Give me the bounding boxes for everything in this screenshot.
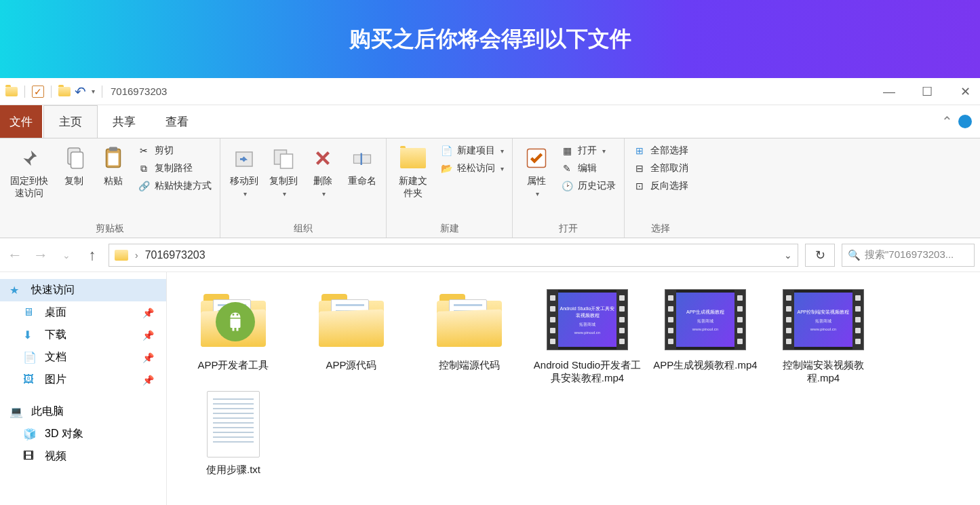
svg-rect-1 [71,152,83,168]
new-folder-button[interactable]: 新建文件夹 [393,143,433,201]
delete-label: 删除 [313,175,332,187]
new-folder-label: 新建文件夹 [396,175,430,200]
sidebar-item-documents[interactable]: 📄 文档 📌 [0,346,166,369]
tab-file[interactable]: 文件 [0,105,42,138]
pin-to-quick-access-button[interactable]: 固定到快速访问 [7,143,52,201]
folder-icon [115,250,128,261]
group-label-clipboard: 剪贴板 [7,220,213,235]
edit-button[interactable]: ✎编辑 [559,160,617,176]
select-none-button[interactable]: ⊟全部取消 [631,160,690,176]
history-button[interactable]: 🕑历史记录 [559,178,617,194]
maximize-button[interactable]: ☐ [916,84,938,99]
collapse-ribbon-icon[interactable]: ⌃ [941,113,953,130]
ribbon: 固定到快速访问 复制 粘贴 ✂剪切 ⧉复制路径 🔗粘贴快捷方式 剪贴板 移动到▾ [0,138,980,238]
sidebar-label: 桌面 [45,305,66,320]
file-item[interactable]: APP控制端安装视频教程拓普商城www.pinool.cn 控制端安装视频教程.… [769,286,878,385]
copy-path-label: 复制路径 [155,162,193,174]
sidebar-item-desktop[interactable]: 🖥 桌面 📌 [0,301,166,324]
file-thumbnail [193,286,274,354]
file-item[interactable]: APP开发者工具 [179,286,288,385]
pin-label: 固定到快速访问 [9,175,49,200]
file-item[interactable]: 控制端源代码 [415,286,524,385]
invert-selection-button[interactable]: ⊡反向选择 [631,178,690,194]
new-item-button[interactable]: 📄新建项目▾ [438,143,505,159]
copy-button[interactable]: 复制 [57,143,91,189]
select-all-button[interactable]: ⊞全部选择 [631,143,690,159]
search-icon: 🔍 [848,249,861,261]
ribbon-group-open: 属性▾ ▦打开▾ ✎编辑 🕑历史记录 打开 [513,138,625,238]
easy-access-button[interactable]: 📂轻松访问▾ [438,160,505,176]
sidebar-label: 快速访问 [31,283,75,297]
tab-view[interactable]: 查看 [151,105,203,138]
window-title: 7016973203 [111,86,167,97]
help-icon[interactable] [958,115,972,128]
open-button[interactable]: ▦打开▾ [559,143,617,159]
file-name: Android Studio开发者工具安装教程.mp4 [533,359,642,385]
folder-icon[interactable] [5,87,18,96]
ribbon-group-new: 新建文件夹 📄新建项目▾ 📂轻松访问▾ 新建 [387,138,513,238]
group-label-organize: 组织 [227,220,379,235]
file-list: APP开发者工具 APP源代码 控制端源代码 Android Studio开发工… [167,272,980,505]
new-folder-quick-icon[interactable] [58,87,71,96]
rename-button[interactable]: 重命名 [345,143,379,189]
select-none-label: 全部取消 [650,162,688,174]
properties-quick-icon[interactable]: ✓ [32,86,44,98]
group-label-open: 打开 [520,220,617,235]
up-button[interactable]: ↑ [83,246,102,264]
move-to-button[interactable]: 移动到▾ [227,143,261,199]
refresh-button[interactable]: ↻ [805,244,835,267]
address-bar[interactable]: › 7016973203 ⌄ [109,244,798,267]
history-label: 历史记录 [578,180,616,192]
window-controls: ― ☐ ✕ [878,78,976,105]
file-item[interactable]: Android Studio开发工具安装视频教程拓普商城www.pinool.c… [533,286,642,385]
back-button[interactable]: ← [5,246,24,264]
sidebar-item-quick-access[interactable]: ★ 快速访问 [0,279,166,301]
separator [24,86,25,98]
breadcrumb[interactable]: 7016973203 [145,249,205,261]
group-label-new: 新建 [393,220,505,235]
sidebar-item-3d-objects[interactable]: 🧊 3D 对象 [0,423,166,445]
search-input[interactable]: 🔍 搜索"7016973203... [842,244,975,267]
forward-button[interactable]: → [31,246,50,264]
separator [102,86,102,98]
file-thumbnail: Android Studio开发工具安装视频教程拓普商城www.pinool.c… [547,286,628,354]
file-name: APP开发者工具 [197,359,269,372]
file-item[interactable]: APP生成视频教程拓普商城www.pinool.cn APP生成视频教程.mp4 [651,286,760,385]
open-label: 打开 [578,145,597,157]
copy-path-button[interactable]: ⧉复制路径 [136,160,213,176]
recent-locations-button[interactable]: ⌄ [57,250,76,261]
properties-label: 属性 [527,175,546,187]
properties-button[interactable]: 属性▾ [520,143,553,199]
file-name: APP源代码 [326,359,376,372]
video-icon: 🎞 [23,450,38,464]
delete-button[interactable]: 删除▾ [306,143,340,199]
file-item[interactable]: 使用步骤.txt [179,390,288,476]
minimize-button[interactable]: ― [878,85,900,99]
paste-button[interactable]: 粘贴 [96,143,130,189]
sidebar-label: 下载 [45,328,66,342]
address-dropdown-icon[interactable]: ⌄ [784,250,792,261]
svg-rect-7 [281,154,293,168]
sidebar-item-pictures[interactable]: 🖼 图片 📌 [0,369,166,391]
sidebar-item-videos[interactable]: 🎞 视频 [0,445,166,468]
desktop-icon: 🖥 [23,306,38,320]
chevron-right-icon[interactable]: › [135,250,138,261]
edit-label: 编辑 [578,162,597,174]
pin-icon: 📌 [142,352,154,363]
sidebar-item-downloads[interactable]: ⬇ 下载 📌 [0,324,166,346]
cut-button[interactable]: ✂剪切 [136,143,213,159]
copy-to-label: 复制到 [269,175,298,187]
sidebar-label: 3D 对象 [45,427,83,441]
sidebar-item-this-pc[interactable]: 💻 此电脑 [0,400,166,423]
file-item[interactable]: APP源代码 [297,286,406,385]
banner-title: 购买之后你将会得到以下文件 [349,24,631,54]
qa-dropdown-icon[interactable]: ▾ [92,88,95,95]
copy-to-button[interactable]: 复制到▾ [267,143,300,199]
navigation-pane: ★ 快速访问 🖥 桌面 📌 ⬇ 下载 📌 📄 文档 📌 🖼 图片 📌 💻 此电脑 [0,272,167,505]
tab-home[interactable]: 主页 [43,105,98,138]
paste-shortcut-button[interactable]: 🔗粘贴快捷方式 [136,178,213,194]
close-button[interactable]: ✕ [954,84,976,99]
star-icon: ★ [9,284,24,297]
tab-share[interactable]: 共享 [98,105,151,138]
undo-icon[interactable]: ↶ [75,83,86,100]
